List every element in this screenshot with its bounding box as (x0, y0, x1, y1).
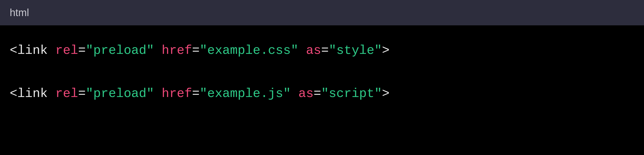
code-token: = (78, 87, 86, 101)
code-token: link (17, 87, 48, 101)
code-token: = (321, 43, 329, 58)
code-token: = (314, 87, 321, 101)
code-block: html <link rel="preload" href="example.c… (0, 0, 644, 155)
code-token (291, 87, 298, 101)
code-token: "example.css" (200, 43, 298, 58)
code-token (154, 43, 162, 58)
code-token: "preload" (86, 87, 154, 101)
code-token: = (78, 43, 86, 58)
code-token: link (17, 43, 48, 58)
code-token (48, 43, 55, 58)
code-token (298, 43, 306, 58)
code-token: rel (55, 43, 78, 58)
code-token (154, 87, 162, 101)
code-token: "script" (321, 87, 382, 101)
code-token: < (10, 43, 17, 58)
code-token: = (192, 43, 200, 58)
code-line: <link rel="preload" href="example.js" as… (10, 83, 634, 105)
code-token: > (382, 43, 390, 58)
code-token: "preload" (86, 43, 154, 58)
code-content[interactable]: <link rel="preload" href="example.css" a… (0, 25, 644, 114)
code-token: > (382, 87, 390, 101)
code-line: <link rel="preload" href="example.css" a… (10, 40, 634, 61)
code-token: = (192, 87, 200, 101)
code-token (48, 87, 55, 101)
code-header: html (0, 0, 644, 25)
code-token: href (162, 43, 192, 58)
code-token: rel (55, 87, 78, 101)
code-token: "example.js" (200, 87, 290, 101)
code-language-label: html (10, 7, 29, 19)
code-token: as (298, 87, 314, 101)
code-token: as (306, 43, 321, 58)
code-token: href (162, 87, 192, 101)
code-token: "style" (329, 43, 382, 58)
code-token: < (10, 87, 17, 101)
